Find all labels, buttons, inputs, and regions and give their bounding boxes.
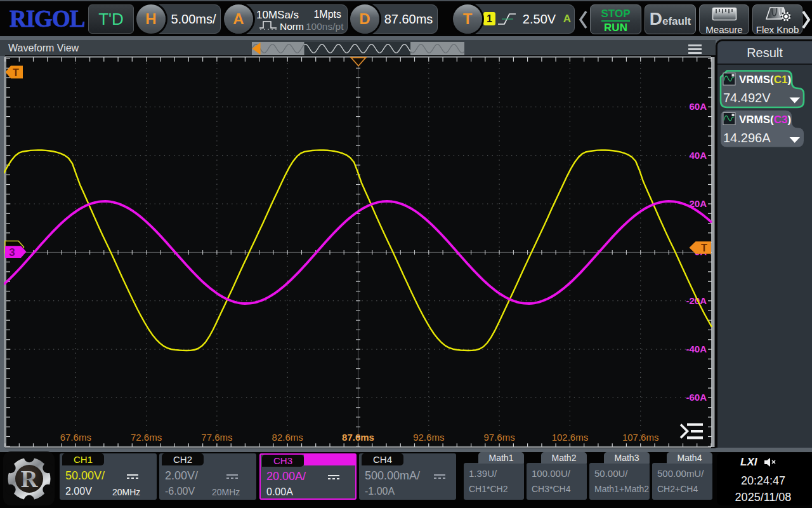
svg-text:77.6ms: 77.6ms (201, 432, 232, 443)
svg-text:97.6ms: 97.6ms (483, 432, 514, 443)
svg-text:R: R (21, 466, 39, 492)
svg-text:T: T (13, 67, 19, 78)
svg-text:VRMS(C1): VRMS(C1) (739, 74, 791, 86)
svg-text:87.6ms: 87.6ms (342, 432, 374, 443)
svg-text:92.6ms: 92.6ms (413, 432, 444, 443)
svg-text:74.492V: 74.492V (723, 91, 771, 105)
svg-text:82.6ms: 82.6ms (272, 432, 303, 443)
svg-text:40A: 40A (689, 150, 707, 161)
svg-text:-60A: -60A (686, 392, 707, 403)
svg-text:T: T (701, 243, 707, 253)
svg-text:-40A: -40A (686, 344, 707, 354)
svg-text:60A: 60A (689, 101, 707, 112)
svg-text:72.6ms: 72.6ms (131, 432, 162, 443)
svg-text:67.6ms: 67.6ms (60, 432, 91, 443)
svg-text:VRMS(C3): VRMS(C3) (739, 114, 791, 126)
svg-text:102.6ms: 102.6ms (552, 432, 589, 443)
svg-text:3: 3 (9, 246, 15, 258)
svg-text:107.6ms: 107.6ms (622, 432, 659, 443)
svg-text:14.296A: 14.296A (723, 131, 771, 145)
